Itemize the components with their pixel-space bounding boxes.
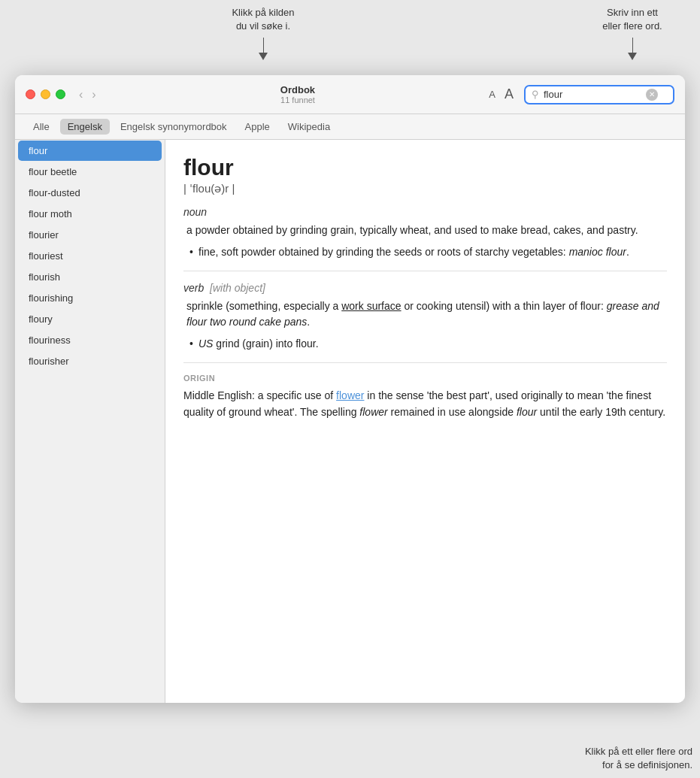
sidebar-item-flour-beetle[interactable]: flour beetle [18,162,162,182]
word-title: flour [183,155,667,180]
sub-definition-verb-1[interactable]: US grind (grain) into flour. [198,336,667,352]
divider-1 [183,271,667,271]
sidebar-item-floury[interactable]: floury [18,309,162,329]
callout-line-v [263,38,264,53]
sidebar-item-flourishing[interactable]: flourishing [18,288,162,308]
minimize-button[interactable] [41,89,50,99]
app-window: ‹ › Ordbok 11 funnet A A ⚲ ✕ AlleEngelsk… [15,75,685,703]
pos-noun: noun [183,206,667,218]
sidebar-item-flour[interactable]: flour [18,141,162,161]
result-count: 11 funnet [280,95,315,104]
search-clear-button[interactable]: ✕ [646,89,658,101]
font-increase-button[interactable]: A [505,86,514,102]
close-button[interactable] [26,89,35,99]
origin-link[interactable]: flower [336,389,364,401]
search-box: ⚲ ✕ [524,85,674,104]
titlebar: ‹ › Ordbok 11 funnet A A ⚲ ✕ [15,75,685,114]
sidebar-item-flour-moth[interactable]: flour moth [18,204,162,224]
callout-search: Skriv inn ett eller flere ord. [572,6,692,60]
sidebar-item-flouriest[interactable]: flouriest [18,246,162,266]
sidebar-item-flour-dusted[interactable]: flour-dusted [18,183,162,203]
sidebar: flourflour beetleflour-dustedflour mothf… [15,140,165,703]
sidebar-item-flourier[interactable]: flourier [18,225,162,245]
callout-source: Klikk på kilden du vil søke i. [203,6,323,60]
sub-definition-noun-1[interactable]: fine, soft powder obtained by grinding t… [198,244,667,260]
app-title: Ordbok [280,84,315,95]
main-area: flourflour beetleflour-dustedflour mothf… [15,140,685,703]
source-tab-engelsk[interactable]: Engelsk [60,119,110,135]
callout-arrow [259,53,268,60]
search-icon: ⚲ [532,89,539,100]
pronunciation: | ˈflou(ə)r | [183,182,667,195]
callout-line-v-right [632,38,633,53]
font-size-controls: A A [489,86,514,102]
font-decrease-button[interactable]: A [489,89,495,100]
source-tabs: AlleEngelskEngelsk synonymordbokAppleWik… [15,114,685,140]
definition-noun-1[interactable]: a powder obtained by grinding grain, typ… [186,223,667,238]
source-tab-wikipedia[interactable]: Wikipedia [280,119,338,135]
source-tab-alle[interactable]: Alle [26,119,57,135]
traffic-lights [26,89,65,99]
callout-definition: Klikk på ett eller flere ord for å se de… [497,745,692,772]
sidebar-item-flourish[interactable]: flourish [18,267,162,287]
content-panel: flour | ˈflou(ə)r | noun a powder obtain… [165,140,685,703]
pos-verb: verb [with object] [183,282,667,294]
sidebar-item-flouriness[interactable]: flouriness [18,330,162,350]
source-tab-apple[interactable]: Apple [238,119,277,135]
sidebar-item-flourisher[interactable]: flourisher [18,351,162,371]
title-area: Ordbok 11 funnet [107,84,489,104]
origin-label: ORIGIN [183,374,667,383]
search-input[interactable] [544,89,641,100]
callout-arrow-right [628,53,637,60]
origin-text: Middle English: a specific use of flower… [183,387,667,421]
definition-verb-1[interactable]: sprinkle (something, especially a work s… [186,298,667,330]
back-button[interactable]: ‹ [76,86,86,103]
maximize-button[interactable] [56,89,65,99]
forward-button[interactable]: › [89,86,98,103]
source-tab-engelsk-synonymordbok[interactable]: Engelsk synonymordbok [113,119,235,135]
divider-2 [183,362,667,363]
nav-buttons: ‹ › [76,86,99,103]
